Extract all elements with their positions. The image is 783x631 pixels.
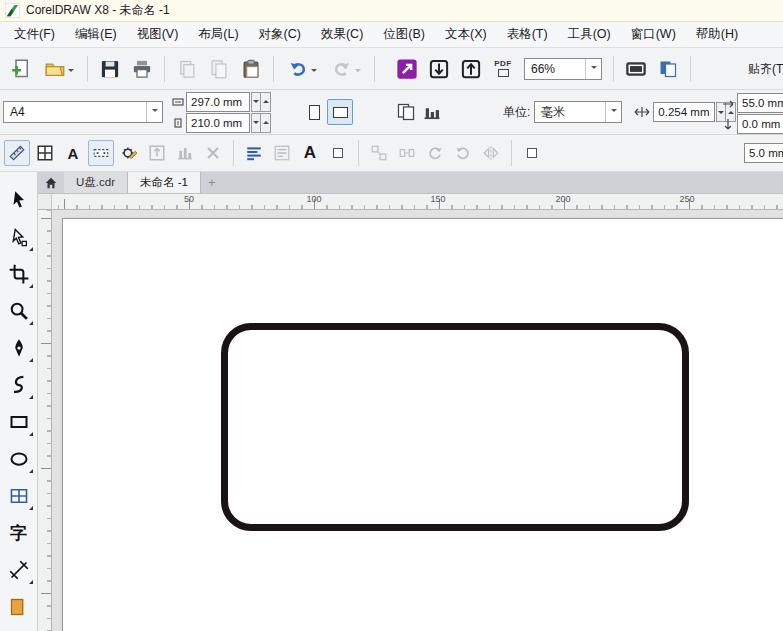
menu-tools[interactable]: 工具(O) (558, 22, 621, 47)
menu-view[interactable]: 视图(V) (127, 22, 189, 47)
export-macro-button[interactable] (144, 140, 170, 166)
redo-button[interactable] (325, 54, 367, 84)
cut-button[interactable] (172, 54, 202, 84)
rotate-ccw-button[interactable] (450, 140, 476, 166)
desktop[interactable] (52, 210, 783, 631)
canvas[interactable] (38, 210, 783, 631)
current-page-button[interactable] (419, 99, 445, 125)
ellipse-tool[interactable] (3, 443, 35, 475)
freehand-tool[interactable] (3, 332, 35, 364)
vertical-ruler[interactable] (38, 210, 52, 631)
separator (233, 140, 234, 166)
document-tab-1[interactable]: U盘.cdr (64, 172, 128, 193)
snap-to-dropdown[interactable]: 贴齐(T) (748, 48, 783, 90)
home-button[interactable] (38, 172, 64, 193)
copy-button[interactable] (204, 54, 234, 84)
grid-options-button[interactable] (32, 140, 58, 166)
menubar: 文件(F) 编辑(E) 视图(V) 布局(L) 对象(C) 效果(C) 位图(B… (0, 22, 783, 48)
snap-to-label: 贴齐(T) (748, 61, 783, 78)
partial-tool[interactable] (3, 591, 35, 623)
duplicate-x-field[interactable]: 55.0 mm (737, 93, 783, 113)
graph-paper-icon (9, 486, 29, 506)
ruler-corner[interactable] (38, 194, 52, 210)
delete-macro-button[interactable] (200, 140, 226, 166)
document-tab-2[interactable]: 未命名 -1 (128, 172, 201, 193)
fullscreen-preview-button[interactable] (621, 54, 651, 84)
frame-options-button[interactable] (325, 140, 351, 166)
menu-layout[interactable]: 布局(L) (188, 22, 248, 47)
page-preset-dropdown-button[interactable] (146, 102, 162, 122)
separator (164, 56, 165, 82)
save-button[interactable] (95, 54, 125, 84)
shape-tool[interactable] (3, 221, 35, 253)
page-size-preset-combobox[interactable]: A4 (3, 101, 163, 123)
rectangle-tool[interactable] (3, 406, 35, 438)
ruler-options-button[interactable] (4, 140, 30, 166)
new-document-button[interactable] (6, 54, 36, 84)
menu-bitmaps[interactable]: 位图(B) (373, 22, 435, 47)
page-width-spinner[interactable] (251, 92, 271, 112)
menu-edit[interactable]: 编辑(E) (65, 22, 127, 47)
zoom-dropdown-button[interactable] (585, 59, 601, 79)
ruler-label: 150 (430, 194, 445, 204)
zoom-tool[interactable] (3, 295, 35, 327)
menu-table[interactable]: 表格(T) (497, 22, 558, 47)
pick-tool[interactable] (3, 184, 35, 216)
portrait-button[interactable] (301, 99, 327, 125)
separator (613, 56, 614, 82)
zoom-tool-icon (9, 301, 29, 321)
distribute-nodes-button[interactable] (394, 140, 420, 166)
cut-icon (177, 59, 197, 79)
text-tool[interactable]: 字 (3, 517, 35, 549)
flip-horizontal-button[interactable] (478, 140, 504, 166)
menu-text[interactable]: 文本(X) (435, 22, 497, 47)
landscape-button[interactable] (327, 99, 353, 125)
settings-macro-button[interactable] (116, 140, 142, 166)
bezier-tool[interactable] (3, 369, 35, 401)
units-combobox[interactable]: 毫米 (534, 101, 622, 123)
graph-paper-tool[interactable] (3, 480, 35, 512)
paragraph-text-button[interactable] (269, 140, 295, 166)
menu-object[interactable]: 对象(C) (249, 22, 311, 47)
horizontal-ruler[interactable]: 50 100 150 200 250 (52, 194, 783, 210)
units-dropdown-button[interactable] (605, 102, 621, 122)
rectangle-icon (9, 412, 29, 432)
menu-window[interactable]: 窗口(W) (621, 22, 686, 47)
paste-button[interactable] (236, 54, 266, 84)
nudge-distance-field[interactable]: 0.254 mm (653, 102, 715, 122)
rotate-cw-button[interactable] (422, 140, 448, 166)
rounded-rectangle-object[interactable] (221, 323, 689, 531)
text-format-button[interactable]: A (60, 140, 86, 166)
duplicate-y-field[interactable]: 0.0 mm (737, 114, 783, 134)
new-tab-button[interactable]: + (201, 172, 223, 193)
dimension-style-button[interactable] (88, 140, 114, 166)
page-preset-value: A4 (10, 105, 25, 119)
import-button[interactable] (424, 54, 454, 84)
ruler-row: 50 100 150 200 250 (38, 194, 783, 210)
character-formatting-button[interactable]: A (297, 140, 323, 166)
show-rulers-button[interactable] (653, 54, 683, 84)
menu-help[interactable]: 帮助(H) (686, 22, 748, 47)
export-button[interactable] (456, 54, 486, 84)
search-content-button[interactable] (392, 54, 422, 84)
undo-button[interactable] (281, 54, 323, 84)
justify-text-button[interactable] (241, 140, 267, 166)
menu-file[interactable]: 文件(F) (4, 22, 65, 47)
outline-width-field[interactable]: 5.0 mm (744, 143, 783, 163)
print-button[interactable] (127, 54, 157, 84)
page-width-field[interactable]: 297.0 mm (186, 92, 250, 112)
menu-effects[interactable]: 效果(C) (311, 22, 373, 47)
chart-macro-button[interactable] (172, 140, 198, 166)
publish-pdf-button[interactable]: PDF (488, 54, 518, 84)
crop-tool[interactable] (3, 258, 35, 290)
all-pages-button[interactable] (393, 99, 419, 125)
open-button[interactable] (38, 54, 80, 84)
drawing-page[interactable] (62, 218, 783, 631)
page-height-spinner[interactable] (251, 113, 271, 133)
pdf-label: PDF (494, 60, 512, 68)
align-nodes-button[interactable] (366, 140, 392, 166)
outline-options-button[interactable] (519, 140, 545, 166)
page-height-field[interactable]: 210.0 mm (186, 113, 250, 133)
zoom-level-combobox[interactable]: 66% (524, 58, 602, 80)
parallel-dimension-tool[interactable] (3, 554, 35, 586)
